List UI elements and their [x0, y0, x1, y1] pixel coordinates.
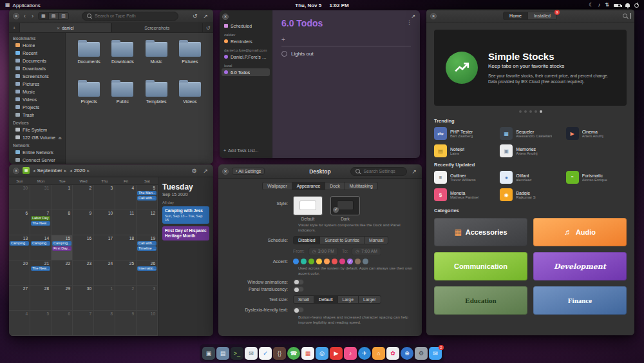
tasks-list-daniel-p-fore-s-list[interactable]: Daniel.P.Fore's list — [222, 53, 270, 61]
prev-year-icon[interactable]: ◂ — [70, 168, 72, 173]
dock-files[interactable]: ▤ — [216, 347, 229, 360]
calendar-day-6[interactable]: 6 — [52, 311, 73, 336]
close-button[interactable]: ✕ — [13, 13, 19, 19]
calendar-day-8[interactable]: 8 — [94, 311, 115, 336]
calendar-event[interactable]: The Man... — [137, 191, 156, 195]
settings-headerbar[interactable]: ✕ Desktop ‹ All Settings ↗ — [218, 164, 422, 179]
calendar-day-16[interactable]: 16 — [73, 235, 94, 260]
calendar-day-14[interactable]: 14Camping... — [30, 235, 52, 260]
menu-kebab-icon[interactable]: ⋮ — [406, 19, 412, 26]
expand-icon[interactable]: ↗ — [202, 168, 209, 174]
back-to-all-settings-button[interactable]: ‹ All Settings — [232, 168, 265, 175]
calendar-event[interactable]: Timeline ... — [137, 246, 156, 251]
calendar-day-19[interactable]: 19Call with...Timeline ... — [137, 235, 158, 260]
path-search-field[interactable] — [82, 12, 178, 21]
settings-gear-icon[interactable]: ⚙ — [190, 168, 198, 174]
todo-item[interactable]: Lights out — [281, 46, 411, 61]
calendar-day-4[interactable]: 4 — [115, 185, 137, 210]
month-spinner[interactable]: ◂ September ▸ — [33, 168, 66, 173]
dock-appcenter[interactable]: ⌂ — [372, 347, 385, 360]
calendar-event[interactable]: Call with... — [137, 241, 156, 246]
calendar-headerbar[interactable]: ✕ ▦ ◂ September ▸ ◂ 2020 ▸ ⚙ ↗ — [9, 164, 213, 177]
dock-music[interactable]: ♪ — [344, 347, 357, 360]
category-education[interactable]: Education — [434, 286, 527, 315]
calendar-day-15[interactable]: 15Camping...First Day... — [52, 235, 73, 260]
calendar-event[interactable]: Camping... — [10, 241, 29, 246]
calendar-day-28[interactable]: 28 — [30, 286, 52, 311]
calendar-day-2[interactable]: 2 — [73, 185, 94, 210]
datetime-indicator[interactable]: Thu, Nov 5 1:02 PM — [0, 3, 644, 8]
network-icon[interactable]: ⇅ — [605, 0, 609, 10]
close-button[interactable]: ✕ — [13, 168, 19, 174]
sidebar-item-entire-network[interactable]: Entire Network — [9, 148, 65, 156]
calendar-event[interactable]: Camping... — [31, 241, 50, 246]
sidebar-item-connect-server[interactable]: Connect Server — [9, 156, 65, 164]
accent-grape[interactable]: ✓ — [347, 259, 353, 264]
files-tab-daniel[interactable]: ✕daniel — [19, 23, 111, 32]
calendar-event[interactable]: First Day... — [52, 246, 71, 251]
grid-view-icon[interactable]: ▦ — [39, 13, 48, 19]
next-year-icon[interactable]: ▸ — [87, 168, 90, 173]
calendar-day-31[interactable]: 31 — [30, 185, 52, 210]
accent-strawberry[interactable] — [332, 259, 337, 264]
app-memories[interactable]: ▣MemoriesArtem Anufrij — [500, 144, 560, 157]
accent-bubblegum[interactable] — [339, 259, 345, 264]
add-task-list-button[interactable]: + Add Task List... — [222, 146, 270, 155]
expand-icon[interactable]: ↗ — [202, 13, 209, 19]
tab-wallpaper[interactable]: Wallpaper — [262, 182, 292, 190]
sound-icon[interactable]: ♪ — [598, 0, 600, 10]
forward-icon[interactable]: › — [30, 13, 35, 19]
tab-history-icon[interactable]: ↺ — [203, 23, 213, 32]
calendar-day-9[interactable]: 9 — [115, 311, 137, 336]
app-moneta[interactable]: $MonetaMatheus Fantinel — [434, 188, 495, 201]
calendar-day-21[interactable]: 21The New... — [30, 260, 52, 286]
carousel-dot[interactable] — [535, 110, 537, 113]
sidebar-item-projects[interactable]: Projects — [9, 103, 65, 111]
sidebar-item-videos[interactable]: Videos — [9, 95, 65, 103]
folder-documents[interactable]: Documents — [72, 39, 106, 77]
text-size-larger[interactable]: Larger — [358, 295, 381, 304]
toggle-switch[interactable] — [293, 286, 304, 292]
calendar-day-29[interactable]: 29 — [52, 286, 73, 311]
app-sequeler[interactable]: ▦SequelerAlessandro Castellani — [500, 127, 560, 140]
column-view-icon[interactable]: ▥ — [58, 13, 68, 19]
tab-dock[interactable]: Dock — [325, 182, 345, 190]
category-development[interactable]: Development — [533, 252, 627, 280]
dock-chat[interactable]: ☎ — [287, 347, 300, 360]
folder-public[interactable]: Public — [106, 79, 139, 117]
accent-lime[interactable] — [308, 259, 314, 264]
category-communication[interactable]: Communication — [434, 252, 527, 280]
calendar-day-13[interactable]: 13Camping... — [9, 235, 30, 260]
dock-telegram[interactable]: ✈ — [358, 347, 371, 360]
folder-videos[interactable]: Videos — [173, 79, 207, 117]
files-tab-screenshots[interactable]: Screenshots — [111, 23, 204, 32]
app-cinema[interactable]: ▶CinemaArtem Anufrij — [566, 127, 627, 140]
dock-camera[interactable]: ◎ — [316, 347, 328, 360]
expand-icon[interactable]: ↗ — [411, 14, 415, 19]
calendar-day-5[interactable]: 5 — [30, 311, 52, 336]
folder-projects[interactable]: Projects — [72, 79, 106, 117]
sidebar-item-recent[interactable]: Recent — [9, 49, 65, 57]
close-button[interactable]: ✕ — [430, 13, 437, 19]
calendar-event[interactable]: Labor Day — [31, 216, 50, 221]
tab-installed[interactable]: Installed9 — [527, 12, 557, 20]
dock-calendar[interactable]: ▦ — [301, 347, 314, 360]
dock-youtube[interactable]: ▶ — [330, 347, 343, 360]
tasks-list-reminders[interactable]: Reminders — [222, 37, 270, 45]
schedule-manual[interactable]: Manual — [364, 236, 388, 244]
to-time-picker[interactable]: ◷ 7:00 AM — [352, 248, 381, 255]
settings-search-field[interactable] — [350, 167, 407, 176]
refresh-icon[interactable]: ↺ — [191, 13, 199, 19]
battery-icon[interactable] — [614, 4, 621, 7]
calendar-day-6[interactable]: 6 — [9, 210, 30, 235]
appcenter-headerbar[interactable]: ✕ HomeInstalled9 — [426, 9, 634, 23]
accent-banana[interactable] — [316, 259, 322, 264]
app-outliner[interactable]: ≡OutlinerTrevor Williams — [434, 171, 495, 184]
calendar-event[interactable]: The New... — [31, 266, 50, 271]
calendar-day-5[interactable]: 5The Man...Call with... — [137, 185, 158, 210]
sidebar-item-documents[interactable]: Documents — [9, 57, 65, 64]
new-tab-button[interactable]: + — [9, 23, 19, 32]
notifications-icon[interactable] — [625, 3, 630, 7]
category-finance[interactable]: Finance — [533, 286, 627, 315]
toggle-switch[interactable] — [293, 307, 304, 313]
